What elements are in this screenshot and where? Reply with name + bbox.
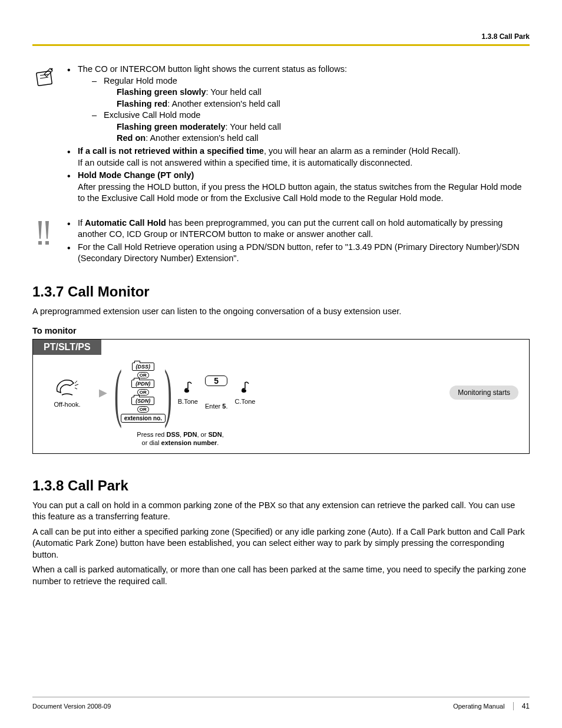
svg-point-7 (242, 389, 246, 393)
notepad-icon (32, 65, 57, 90)
svg-point-3 (51, 68, 53, 70)
pc1: Press red (137, 431, 166, 438)
tone-icon (182, 380, 194, 396)
n1b2-extra: After pressing the HOLD button, if you p… (78, 182, 530, 205)
extension-no-button: extension no. (121, 414, 166, 423)
enter5-post: . (226, 403, 227, 410)
n1b1-bold: If a call is not retrieved within a spec… (78, 146, 264, 156)
pcm3: , (222, 431, 224, 438)
brace-left-icon: ( (114, 362, 122, 424)
ctone-label: C.Tone (235, 398, 256, 405)
offhook-caption: Off-hook. (44, 401, 91, 408)
digit-5-button: 5 (205, 375, 227, 386)
or-sep: OR (137, 406, 149, 413)
footer-manual: Operating Manual (453, 703, 504, 710)
monitor-diagram: PT/SLT/PS Off-hook. ▶ ( (DSS) OR (32, 339, 530, 454)
pcb3: SDN (208, 431, 222, 438)
pcm2: , or (197, 431, 208, 438)
exclamation-icon (32, 219, 57, 247)
pc2: or dial (142, 439, 161, 446)
sec138-p0: You can put a call on hold in a common p… (32, 500, 530, 523)
note2-bullet-1: For the Call Hold Retrieve operation usi… (65, 242, 530, 265)
sub1-l1-r: : Another extension's held call (146, 133, 258, 143)
svg-point-6 (184, 389, 189, 393)
sub0-title: Regular Hold mode (104, 76, 177, 85)
monitoring-pill: Monitoring starts (449, 386, 518, 400)
sub0-l0-b: Flashing green slowly (117, 87, 206, 97)
svg-rect-5 (45, 241, 49, 245)
n1b1-rest: , you will hear an alarm as a reminder (… (264, 146, 461, 156)
note-block-important: If Automatic Call Hold has been preprogr… (32, 218, 530, 266)
note1-bullet-2: Hold Mode Change (PT only) After pressin… (65, 170, 530, 205)
sub1-l0-r: : Your held call (226, 122, 281, 131)
brace-right-icon: ) (164, 362, 172, 424)
n2b0-pre: If (78, 218, 85, 228)
header-rule (32, 44, 530, 46)
svg-rect-4 (38, 241, 42, 245)
step-ctone: C.Tone (235, 380, 256, 405)
note1-b0-sub1: Exclusive Call Hold mode Flashing green … (91, 110, 530, 144)
enter5-pre: Enter (205, 403, 222, 410)
step-digit-5: 5 Enter 5. (205, 375, 228, 410)
dss-button: (DSS) (132, 363, 155, 371)
pcb2: PDN (183, 431, 197, 438)
sec138-p1: A call can be put into either a specifie… (32, 526, 530, 561)
header-section-ref: 1.3.8 Call Park (32, 32, 530, 44)
page-footer: Document Version 2008-09 Operating Manua… (32, 697, 530, 710)
diagram-tab: PT/SLT/PS (33, 340, 101, 355)
note1-bullet-0: The CO or INTERCOM button light shows th… (65, 64, 530, 144)
tone-icon (239, 380, 251, 396)
sub1-title: Exclusive Call Hold mode (104, 110, 200, 120)
sec137-intro: A preprogrammed extension user can liste… (32, 306, 530, 318)
arrow-icon: ▶ (98, 386, 108, 399)
note1-b0-sub0: Regular Hold mode Flashing green slowly:… (91, 75, 530, 110)
sub1-l1-b: Red on (117, 133, 146, 143)
footer-page: 41 (513, 702, 530, 710)
pcb4: extension number (161, 439, 217, 446)
n2b0-bold: Automatic Call Hold (85, 218, 166, 228)
btone-label: B.Tone (178, 398, 198, 405)
footer-docver: Document Version 2008-09 (32, 703, 111, 710)
sub0-l1-r: : Another extension's held call (167, 99, 280, 108)
pdn-button: (PDN) (131, 380, 154, 388)
pcb1: DSS (166, 431, 180, 438)
sdn-button: (SDN) (131, 397, 154, 405)
step-offhook: Off-hook. (44, 377, 91, 408)
note1-bullet-1: If a call is not retrieved within a spec… (65, 146, 530, 169)
note2-bullet-0: If Automatic Call Hold has been preprogr… (65, 218, 530, 241)
heading-138: 1.3.8 Call Park (32, 477, 530, 494)
handset-icon (54, 377, 81, 397)
step-press-button: ( (DSS) OR (PDN) OR (SDN) OR extension n… (115, 362, 171, 424)
sub0-l1-b: Flashing red (117, 99, 167, 108)
n1b1-extra: If an outside call is not answered withi… (78, 157, 530, 169)
pce: . (217, 439, 219, 446)
heading-137: 1.3.7 Call Monitor (32, 284, 530, 300)
note-block-info: The CO or INTERCOM button light shows th… (32, 64, 530, 206)
sub0-l0-r: : Your held call (206, 87, 261, 97)
step-btone: B.Tone (178, 380, 198, 405)
sec137-subhead: To monitor (32, 326, 530, 335)
svg-line-2 (40, 77, 48, 78)
sec138-p2: When a call is parked automatically, or … (32, 564, 530, 587)
note1-b0-lead: The CO or INTERCOM button light shows th… (78, 64, 347, 74)
press-caption: Press red DSS, PDN, or SDN, or dial exte… (115, 430, 245, 453)
n1b2-bold: Hold Mode Change (PT only) (78, 170, 194, 180)
sub1-l0-b: Flashing green moderately (117, 122, 226, 131)
